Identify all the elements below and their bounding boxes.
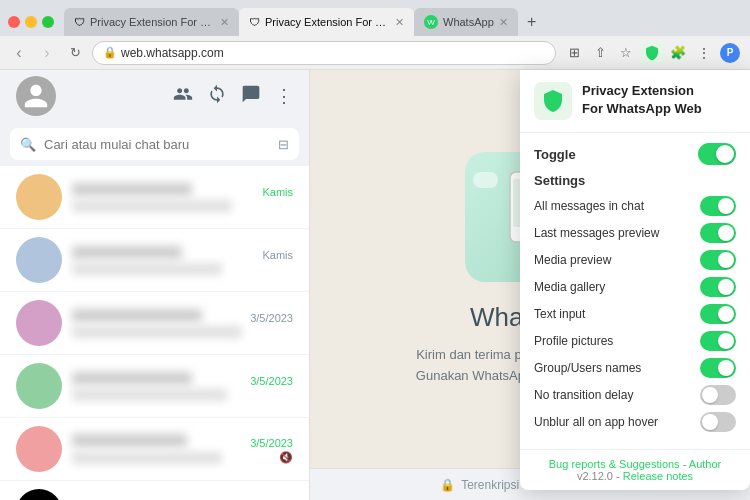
tab-2[interactable]: 🛡 Privacy Extension For WhatsA... ✕ xyxy=(239,8,414,36)
chat-item[interactable]: 3/5/2023 xyxy=(0,355,309,418)
tab-1-favicon: 🛡 xyxy=(74,16,85,28)
chat-time: 3/5/2023 xyxy=(250,375,293,387)
setting-label: Text input xyxy=(534,307,585,321)
profile-icon[interactable]: P xyxy=(718,41,742,65)
wa-header-icons: ⋮ xyxy=(173,84,293,109)
chat-time: 3/5/2023 xyxy=(250,437,293,449)
traffic-light-red[interactable] xyxy=(8,16,20,28)
avatar xyxy=(16,363,62,409)
chat-name xyxy=(72,183,192,196)
wa-community-icon[interactable] xyxy=(173,84,193,109)
wa-menu-icon[interactable]: ⋮ xyxy=(275,85,293,107)
setting-row-last-preview: Last messages preview xyxy=(534,223,736,243)
setting-row-unblur-hover: Unblur all on app hover xyxy=(534,412,736,432)
tab-3-close[interactable]: ✕ xyxy=(499,16,508,29)
version-text: v2.12.0 xyxy=(577,470,613,482)
tab-2-title: Privacy Extension For WhatsA... xyxy=(265,16,390,28)
ext-toggle-row: Toggle xyxy=(534,143,736,165)
release-notes-link[interactable]: Release notes xyxy=(623,470,693,482)
forward-button[interactable]: › xyxy=(36,42,58,64)
chat-item[interactable]: 3/5/2023 xyxy=(0,292,309,355)
new-tab-button[interactable]: + xyxy=(518,8,546,36)
avatar xyxy=(16,174,62,220)
setting-row-text-input: Text input xyxy=(534,304,736,324)
toggle-unblur-hover[interactable] xyxy=(700,412,736,432)
chat-name xyxy=(72,434,187,447)
bookmark-icon[interactable]: ☆ xyxy=(614,41,638,65)
chat-time: Kamis xyxy=(262,249,293,261)
toggle-media-preview[interactable] xyxy=(700,250,736,270)
share-icon[interactable]: ⇧ xyxy=(588,41,612,65)
settings-section-label: Settings xyxy=(534,173,736,188)
tab-3-title: WhatsApp xyxy=(443,16,494,28)
tab-1-title: Privacy Extension For WhatsA... xyxy=(90,16,215,28)
tab-1[interactable]: 🛡 Privacy Extension For WhatsA... ✕ xyxy=(64,8,239,36)
traffic-light-yellow[interactable] xyxy=(25,16,37,28)
back-button[interactable]: ‹ xyxy=(8,42,30,64)
setting-label: No transition delay xyxy=(534,388,633,402)
toggle-profile-pictures[interactable] xyxy=(700,331,736,351)
tab-2-close[interactable]: ✕ xyxy=(395,16,404,29)
toggle-label: Toggle xyxy=(534,147,576,162)
tab-1-close[interactable]: ✕ xyxy=(220,16,229,29)
setting-label: Media preview xyxy=(534,253,611,267)
filter-icon[interactable]: ⊟ xyxy=(278,137,289,152)
extension-popup: Privacy Extension For WhatsApp Web Toggl… xyxy=(520,70,750,490)
toggle-last-preview[interactable] xyxy=(700,223,736,243)
wa-refresh-icon[interactable] xyxy=(207,84,227,109)
ext-footer: Bug reports & Suggestions - Author v2.12… xyxy=(520,449,750,490)
wa-header: ⋮ xyxy=(0,70,309,122)
more-icon[interactable]: ⋮ xyxy=(692,41,716,65)
chat-preview xyxy=(72,326,242,338)
tab-3[interactable]: W WhatsApp ✕ xyxy=(414,8,518,36)
avatar: ♪ xyxy=(16,489,62,500)
toggle-no-transition[interactable] xyxy=(700,385,736,405)
puzzle-icon[interactable]: 🧩 xyxy=(666,41,690,65)
chat-name xyxy=(72,246,182,259)
chat-name xyxy=(72,372,192,385)
avatar xyxy=(16,237,62,283)
avatar xyxy=(16,426,62,472)
url-bar[interactable]: 🔒 web.whatsapp.com xyxy=(92,41,556,65)
whatsapp-sidebar: ⋮ 🔍 ⊟ Kamis xyxy=(0,70,310,500)
chat-item[interactable]: Kamis xyxy=(0,229,309,292)
address-bar: ‹ › ↻ 🔒 web.whatsapp.com ⊞ ⇧ ☆ 🧩 ⋮ P xyxy=(0,36,750,70)
browser-chrome: 🛡 Privacy Extension For WhatsA... ✕ 🛡 Pr… xyxy=(0,0,750,36)
chat-item[interactable]: Kamis xyxy=(0,166,309,229)
lock-icon: 🔒 xyxy=(440,478,455,492)
setting-row-no-transition: No transition delay xyxy=(534,385,736,405)
tab-2-favicon: 🛡 xyxy=(249,16,260,28)
mute-icon: 🔇 xyxy=(279,451,293,464)
toggle-group-names[interactable] xyxy=(700,358,736,378)
author-link[interactable]: Author xyxy=(689,458,721,470)
footer-separator-2: - xyxy=(616,470,623,482)
chat-preview xyxy=(72,452,222,464)
toggle-switch-main[interactable] xyxy=(698,143,736,165)
traffic-light-green[interactable] xyxy=(42,16,54,28)
extensions-grid-icon[interactable]: ⊞ xyxy=(562,41,586,65)
wa-search-input[interactable] xyxy=(44,137,270,152)
wa-chat-icon[interactable] xyxy=(241,84,261,109)
toggle-media-gallery[interactable] xyxy=(700,277,736,297)
ext-logo xyxy=(534,82,572,120)
setting-row-media-preview: Media preview xyxy=(534,250,736,270)
main-area: ⋮ 🔍 ⊟ Kamis xyxy=(0,70,750,500)
chat-list: Kamis Kamis xyxy=(0,166,309,500)
setting-label: Group/Users names xyxy=(534,361,641,375)
avatar xyxy=(16,300,62,346)
chat-item[interactable]: ♪ tiktok-video... 3/5/2023 🔇 xyxy=(0,481,309,500)
toggle-text-input[interactable] xyxy=(700,304,736,324)
lock-icon: 🔒 xyxy=(103,46,117,59)
chat-preview xyxy=(72,200,232,212)
chat-item[interactable]: 3/5/2023 🔇 xyxy=(0,418,309,481)
ext-privacy-icon[interactable] xyxy=(640,41,664,65)
reload-button[interactable]: ↻ xyxy=(64,42,86,64)
bug-reports-link[interactable]: Bug reports & Suggestions xyxy=(549,458,680,470)
tab-3-favicon: W xyxy=(424,15,438,29)
toggle-all-messages[interactable] xyxy=(700,196,736,216)
setting-row-all-messages: All messages in chat xyxy=(534,196,736,216)
setting-label: All messages in chat xyxy=(534,199,644,213)
setting-row-group-names: Group/Users names xyxy=(534,358,736,378)
chat-name xyxy=(72,309,202,322)
wa-my-avatar[interactable] xyxy=(16,76,56,116)
